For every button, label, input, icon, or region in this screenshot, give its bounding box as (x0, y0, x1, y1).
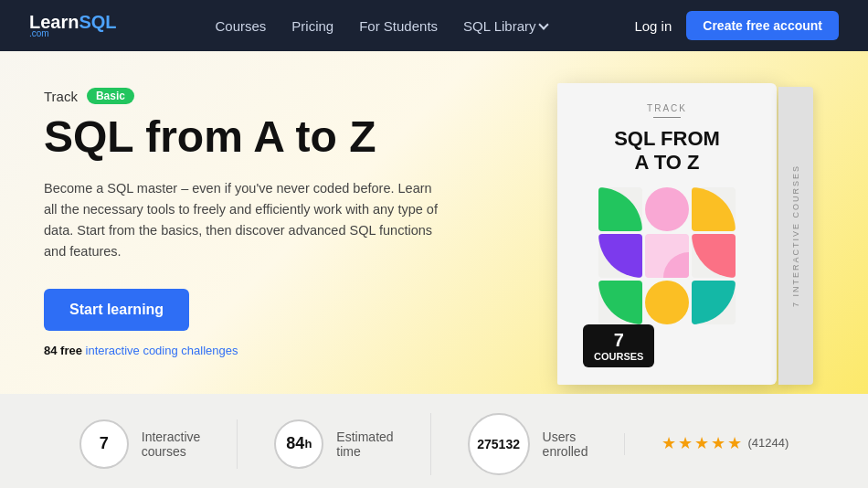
svg-point-22 (645, 281, 689, 324)
stat-users-label: Users enrolled (543, 430, 588, 459)
book-spine: 7 INTERACTIVE COURSES (778, 87, 813, 385)
stat-time: 84 h Estimated time (237, 419, 429, 469)
basic-badge: Basic (87, 88, 134, 104)
book-title: SQL FROM A TO Z (614, 127, 720, 175)
hero-description: Become a SQL master – even if you've nev… (44, 178, 446, 263)
book-front: TRACK SQL FROM A TO Z (557, 83, 777, 385)
stat-users: 275132 Users enrolled (430, 413, 625, 475)
login-button[interactable]: Log in (634, 18, 672, 34)
rating-count: (41244) (747, 436, 789, 450)
hero-title: SQL from A to Z (44, 113, 468, 162)
svg-point-11 (645, 187, 689, 231)
stat-courses: 7 Interactive courses (43, 419, 238, 469)
book-courses-badge: 7 COURSES (583, 324, 654, 367)
nav-students[interactable]: For Students (359, 18, 438, 34)
stats-bar: 7 Interactive courses 84 h Estimated tim… (0, 394, 868, 488)
coding-challenges-link[interactable]: interactive coding challenges (82, 344, 238, 357)
chevron-down-icon (538, 19, 548, 29)
stat-courses-value: 7 (79, 419, 129, 469)
star-5: ★ (727, 433, 742, 453)
start-learning-button[interactable]: Start learning (44, 289, 189, 331)
stat-courses-label: Interactive courses (142, 430, 201, 459)
book-divider (653, 117, 681, 118)
book-spine-text: 7 INTERACTIVE COURSES (791, 164, 800, 307)
hero-content: Track Basic SQL from A to Z Become a SQL… (0, 51, 512, 394)
book-art (598, 187, 736, 324)
star-2: ★ (678, 433, 693, 453)
nav-sql-library[interactable]: SQL Library (463, 18, 546, 34)
logo-com: .com (29, 29, 117, 38)
nav-courses[interactable]: Courses (215, 18, 266, 34)
hero-section: Track Basic SQL from A to Z Become a SQL… (0, 51, 868, 394)
hero-book-wrapper: TRACK SQL FROM A TO Z (512, 51, 859, 394)
star-4: ★ (711, 433, 725, 453)
track-text: Track (44, 89, 78, 104)
stat-reviews: ★ ★ ★ ★ ★ (41244) (624, 433, 825, 455)
star-1: ★ (662, 433, 676, 453)
nav-links: Courses Pricing For Students SQL Library (157, 18, 606, 34)
nav-pricing[interactable]: Pricing (291, 18, 333, 34)
book-track-label: TRACK (647, 103, 687, 113)
stat-users-value: 275132 (468, 413, 530, 475)
create-account-button[interactable]: Create free account (686, 11, 839, 40)
logo-sql: SQL (79, 13, 116, 31)
stat-time-label: Estimated time (336, 430, 393, 459)
nav-right: Log in Create free account (634, 11, 839, 40)
navbar: LearnSQL .com Courses Pricing For Studen… (0, 0, 868, 51)
site-logo[interactable]: LearnSQL .com (29, 13, 117, 38)
stars-row: ★ ★ ★ ★ ★ (41244) (662, 433, 789, 453)
free-challenges-text: 84 free interactive coding challenges (44, 344, 468, 357)
book-3d: TRACK SQL FROM A TO Z (557, 83, 813, 394)
star-3: ★ (694, 433, 709, 453)
track-label-row: Track Basic (44, 88, 468, 104)
stat-time-value: 84 h (274, 419, 323, 469)
